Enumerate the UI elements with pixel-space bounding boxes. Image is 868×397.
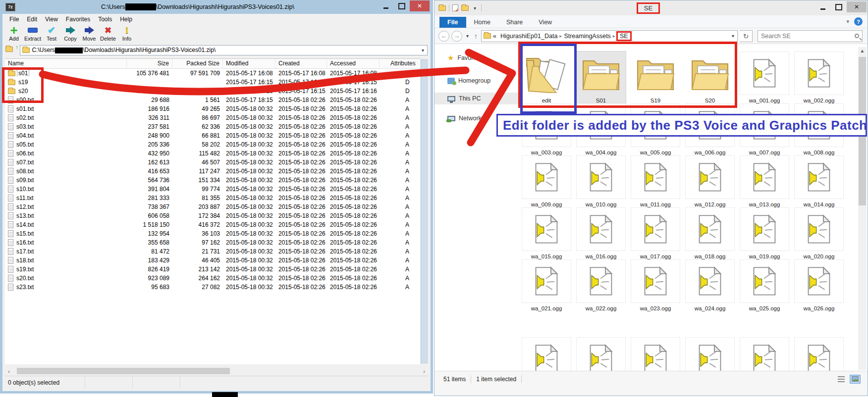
folder-tile[interactable]: S19	[631, 51, 680, 103]
tab-file[interactable]: File	[439, 17, 466, 28]
sevenzip-horizontal-scrollbar[interactable]: ‹ ›	[5, 367, 428, 375]
file-tile[interactable]	[794, 337, 844, 371]
refresh-button[interactable]: ↻	[740, 30, 753, 42]
ribbon-expand-chevron-icon[interactable]: ▾	[846, 18, 849, 25]
table-row[interactable]: s16.txt355 65897 1622015-05-18 00:322015…	[5, 238, 428, 247]
breadcrumb-item[interactable]: SE	[616, 31, 632, 41]
scrollbar-thumb[interactable]	[17, 368, 230, 374]
table-row[interactable]: s23.txt95 68327 0822015-05-18 00:322015-…	[5, 283, 428, 292]
table-row[interactable]: s06.txt432 950115 4822015-05-18 00:32201…	[5, 149, 428, 158]
table-row[interactable]: s11.txt281 33381 3552015-05-18 00:322015…	[5, 194, 428, 202]
copy-button[interactable]: Copy	[61, 25, 80, 45]
sidebar-item-network[interactable]: Network	[434, 112, 520, 124]
forward-button[interactable]: →	[451, 31, 462, 42]
file-tile[interactable]: wa_009.ogg	[522, 155, 571, 207]
sidebar-item-homegroup[interactable]: Homegroup	[434, 75, 520, 87]
file-tile[interactable]	[740, 337, 789, 371]
breadcrumb-collapsed[interactable]: «	[491, 33, 498, 40]
up-button[interactable]: ↑	[473, 32, 479, 40]
explorer-titlebar[interactable]: ▾ SE	[434, 0, 868, 15]
details-view-button[interactable]	[836, 375, 847, 384]
tab-share[interactable]: Share	[498, 17, 531, 28]
file-tile[interactable]: wa_011.ogg	[631, 155, 680, 207]
table-row[interactable]: s12.txt738 367203 8872015-05-18 00:32201…	[5, 202, 428, 211]
help-icon[interactable]: ?	[854, 17, 863, 26]
table-row[interactable]: s18.txt183 42946 4052015-05-18 00:322015…	[5, 256, 428, 265]
column-header-packed-size[interactable]: Packed Size	[172, 59, 223, 68]
folder-tile[interactable]: edit	[522, 51, 571, 103]
column-header-modified[interactable]: Modified	[223, 59, 275, 68]
table-row[interactable]: s01105 376 48197 591 7092015-05-17 16:08…	[5, 69, 428, 78]
table-row[interactable]: s08.txt416 653117 2472015-05-18 00:32201…	[5, 167, 428, 176]
table-row[interactable]: s192015-05-17 16:152015-05-17 16:142015-…	[5, 78, 428, 87]
file-tile[interactable]: wa_002.ogg	[794, 51, 844, 103]
file-tile[interactable]: wa_019.ogg	[740, 207, 789, 259]
file-tile[interactable]: wa_021.ogg	[522, 259, 571, 311]
table-row[interactable]: s07.txt162 61346 5072015-05-18 00:322015…	[5, 158, 428, 167]
file-tile[interactable]: wa_022.ogg	[576, 259, 626, 311]
test-button[interactable]: ✔Test	[42, 25, 61, 45]
thumbnail-view-button[interactable]	[850, 375, 861, 384]
file-tile[interactable]: wa_010.ogg	[576, 155, 626, 207]
delete-button[interactable]: ✖Delete	[99, 25, 117, 45]
table-row[interactable]: s20580 093 725543 383 9662015-05-17 16:1…	[5, 87, 428, 96]
file-tile[interactable]: wa_018.ogg	[685, 207, 735, 259]
menu-favorites[interactable]: Favorites	[62, 15, 94, 24]
file-tile[interactable]: wa_014.ogg	[794, 155, 844, 207]
file-tile[interactable]: wa_007.ogg	[740, 103, 789, 155]
scrollbar-thumb[interactable]	[859, 57, 866, 205]
file-tile[interactable]: wa_017.ogg	[631, 207, 680, 259]
menu-tools[interactable]: Tools	[94, 15, 116, 24]
table-row[interactable]: s10.txt391 80499 7742015-05-18 00:322015…	[5, 185, 428, 194]
table-row[interactable]: s00.txt29 6881 5612015-05-17 18:152015-0…	[5, 96, 428, 104]
new-folder-icon[interactable]	[461, 5, 469, 11]
file-tile[interactable]: wa_012.ogg	[685, 155, 735, 207]
scroll-left-icon[interactable]: ‹	[5, 368, 13, 374]
folder-tile[interactable]: S01	[576, 51, 626, 103]
minimize-button[interactable]	[815, 1, 831, 12]
table-row[interactable]: s05.txt205 33658 2022015-05-18 00:322015…	[5, 140, 428, 149]
file-tile[interactable]	[631, 337, 680, 371]
scroll-up-icon[interactable]: ▲	[858, 47, 867, 53]
breadcrumb-item[interactable]: StreamingAssets	[562, 33, 612, 40]
table-row[interactable]: s03.txt237 58162 3362015-05-18 00:322015…	[5, 122, 428, 131]
up-folder-button[interactable]: ↑	[5, 45, 17, 55]
table-row[interactable]: s01.txt186 91649 2652015-05-18 00:322015…	[5, 104, 428, 113]
maximize-button[interactable]	[394, 0, 410, 11]
sidebar-item-this-pc[interactable]: This PC	[434, 93, 520, 104]
file-tile[interactable]: wa_003.ogg	[522, 103, 571, 155]
tab-home[interactable]: Home	[466, 17, 498, 28]
folder-icon[interactable]	[438, 5, 446, 11]
sidebar-item-favorites[interactable]: ★Favorites	[434, 52, 520, 64]
file-tile[interactable]: wa_004.ogg	[576, 103, 626, 155]
extract-button[interactable]: Extract	[23, 25, 42, 45]
column-header-attributes[interactable]: Attributes	[380, 59, 424, 68]
file-tile[interactable]: wa_008.ogg	[794, 103, 844, 155]
file-tile[interactable]: wa_020.ogg	[794, 207, 844, 259]
file-tile[interactable]: wa_013.ogg	[740, 155, 789, 207]
breadcrumb[interactable]: « HigurashiEp01_Data▸StreamingAssets▸SE …	[481, 30, 738, 42]
info-button[interactable]: iInfo	[117, 25, 136, 45]
file-tile[interactable]: wa_016.ogg	[576, 207, 626, 259]
sevenzip-titlebar[interactable]: 7z C:\Users\Downloads\Higurashi\Higurash…	[2, 0, 431, 14]
scroll-right-icon[interactable]: ›	[420, 368, 428, 374]
sevenzip-vertical-scrollbar[interactable]	[420, 58, 428, 364]
column-header-created[interactable]: Created	[275, 59, 327, 68]
file-tile[interactable]: wa_024.ogg	[685, 259, 735, 311]
explorer-vertical-scrollbar[interactable]: ▲	[858, 47, 867, 370]
table-row[interactable]: s13.txt606 058172 3842015-05-18 00:32201…	[5, 211, 428, 220]
table-row[interactable]: s17.txt81 47221 7312015-05-18 00:322015-…	[5, 247, 428, 256]
file-tile[interactable]: wa_001.ogg	[740, 51, 789, 103]
file-tile[interactable]	[685, 337, 735, 371]
sevenzip-path-combobox[interactable]: C:\Users\Downloads\Higurashi\HigurashiPS…	[20, 45, 428, 55]
tab-view[interactable]: View	[531, 17, 560, 28]
minimize-button[interactable]	[378, 0, 394, 11]
file-tile[interactable]	[576, 337, 626, 371]
menu-edit[interactable]: Edit	[23, 15, 41, 24]
table-row[interactable]: s15.txt132 95436 1032015-05-18 00:322015…	[5, 229, 428, 238]
table-row[interactable]: s14.txt1 518 150416 3722015-05-18 00:322…	[5, 220, 428, 229]
address-chevron-icon[interactable]: ▾	[730, 33, 736, 39]
search-input[interactable]	[761, 33, 855, 40]
move-button[interactable]: Move	[80, 25, 99, 45]
file-tile[interactable]: wa_026.ogg	[794, 259, 844, 311]
